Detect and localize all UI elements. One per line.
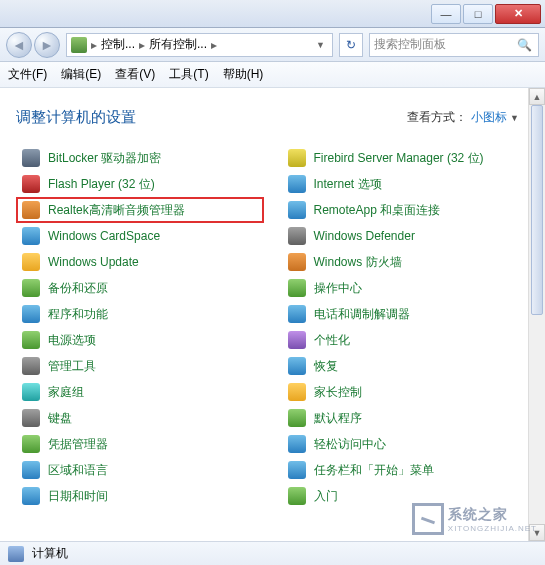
list-item[interactable]: 凭据管理器 [16, 431, 264, 457]
list-item[interactable]: 操作中心 [282, 275, 530, 301]
item-label: Windows 防火墙 [314, 254, 402, 271]
list-item[interactable]: Firebird Server Manager (32 位) [282, 145, 530, 171]
item-label: 电源选项 [48, 332, 96, 349]
item-label: 备份和还原 [48, 280, 108, 297]
item-label: 入门 [314, 488, 338, 505]
list-item[interactable]: Internet 选项 [282, 171, 530, 197]
back-button[interactable]: ◄ [6, 32, 32, 58]
item-icon [288, 253, 306, 271]
watermark-logo-icon [412, 503, 444, 535]
list-item[interactable]: Windows CardSpace [16, 223, 264, 249]
list-item[interactable]: 程序和功能 [16, 301, 264, 327]
menu-edit[interactable]: 编辑(E) [61, 66, 101, 83]
menu-help[interactable]: 帮助(H) [223, 66, 264, 83]
scroll-up-button[interactable]: ▲ [529, 88, 545, 105]
item-label: 默认程序 [314, 410, 362, 427]
item-icon [22, 409, 40, 427]
item-label: 电话和调制解调器 [314, 306, 410, 323]
item-label: BitLocker 驱动器加密 [48, 150, 161, 167]
item-icon [22, 487, 40, 505]
item-label: 日期和时间 [48, 488, 108, 505]
minimize-button[interactable]: — [431, 4, 461, 24]
control-panel-icon [71, 37, 87, 53]
item-label: 程序和功能 [48, 306, 108, 323]
list-item[interactable]: BitLocker 驱动器加密 [16, 145, 264, 171]
item-icon [22, 149, 40, 167]
item-label: 轻松访问中心 [314, 436, 386, 453]
computer-icon [8, 546, 24, 562]
item-label: Windows Update [48, 255, 139, 269]
item-icon [22, 175, 40, 193]
breadcrumb-drop-icon[interactable]: ▼ [313, 40, 328, 50]
menubar: 文件(F) 编辑(E) 查看(V) 工具(T) 帮助(H) [0, 62, 545, 88]
watermark-url: XITONGZHIJIA.NET [448, 524, 537, 533]
menu-tools[interactable]: 工具(T) [169, 66, 208, 83]
menu-file[interactable]: 文件(F) [8, 66, 47, 83]
list-item[interactable]: 备份和还原 [16, 275, 264, 301]
item-icon [22, 227, 40, 245]
menu-view[interactable]: 查看(V) [115, 66, 155, 83]
item-label: 管理工具 [48, 358, 96, 375]
statusbar: 计算机 [0, 541, 545, 565]
scroll-thumb[interactable] [531, 105, 543, 315]
item-label: 任务栏和「开始」菜单 [314, 462, 434, 479]
status-text: 计算机 [32, 545, 68, 562]
item-label: Firebird Server Manager (32 位) [314, 150, 484, 167]
item-icon [288, 357, 306, 375]
list-item[interactable]: 管理工具 [16, 353, 264, 379]
item-label: 操作中心 [314, 280, 362, 297]
search-icon: 🔍 [517, 38, 532, 52]
list-item[interactable]: 区域和语言 [16, 457, 264, 483]
list-item[interactable]: 家庭组 [16, 379, 264, 405]
list-item[interactable]: 默认程序 [282, 405, 530, 431]
list-item[interactable]: 键盘 [16, 405, 264, 431]
list-item[interactable]: 电源选项 [16, 327, 264, 353]
list-item[interactable]: 轻松访问中心 [282, 431, 530, 457]
search-input[interactable]: 搜索控制面板 🔍 [369, 33, 539, 57]
breadcrumb-sep-icon: ▸ [89, 38, 99, 52]
list-item[interactable]: RemoteApp 和桌面连接 [282, 197, 530, 223]
list-item[interactable]: 电话和调制解调器 [282, 301, 530, 327]
list-item[interactable]: 任务栏和「开始」菜单 [282, 457, 530, 483]
chevron-down-icon[interactable]: ▼ [510, 113, 519, 123]
page-title: 调整计算机的设置 [16, 108, 136, 127]
navbar: ◄ ► ▸ 控制... ▸ 所有控制... ▸ ▼ ↻ 搜索控制面板 🔍 [0, 28, 545, 62]
list-item[interactable]: Flash Player (32 位) [16, 171, 264, 197]
list-item[interactable]: 恢复 [282, 353, 530, 379]
list-item[interactable]: Windows Update [16, 249, 264, 275]
breadcrumb[interactable]: ▸ 控制... ▸ 所有控制... ▸ ▼ [66, 33, 333, 57]
item-label: 个性化 [314, 332, 350, 349]
list-item[interactable]: 家长控制 [282, 379, 530, 405]
watermark-brand: 系统之家 [448, 506, 537, 524]
maximize-button[interactable]: □ [463, 4, 493, 24]
item-label: 凭据管理器 [48, 436, 108, 453]
item-icon [22, 357, 40, 375]
view-mode-dropdown[interactable]: 小图标 [471, 110, 507, 124]
breadcrumb-part[interactable]: 所有控制... [149, 36, 207, 53]
refresh-button[interactable]: ↻ [339, 33, 363, 57]
list-item[interactable]: 个性化 [282, 327, 530, 353]
breadcrumb-part[interactable]: 控制... [101, 36, 135, 53]
item-label: 键盘 [48, 410, 72, 427]
list-item[interactable]: Realtek高清晰音频管理器 [16, 197, 264, 223]
scrollbar[interactable]: ▲ ▼ [528, 88, 545, 541]
search-placeholder: 搜索控制面板 [374, 36, 446, 53]
watermark: 系统之家 XITONGZHIJIA.NET [412, 503, 537, 535]
item-icon [22, 331, 40, 349]
content-area: 调整计算机的设置 查看方式： 小图标 ▼ BitLocker 驱动器加密Flas… [0, 88, 545, 523]
item-label: 家庭组 [48, 384, 84, 401]
item-icon [288, 279, 306, 297]
view-mode: 查看方式： 小图标 ▼ [407, 109, 519, 126]
item-icon [22, 461, 40, 479]
item-icon [22, 279, 40, 297]
item-icon [288, 435, 306, 453]
list-item[interactable]: Windows 防火墙 [282, 249, 530, 275]
item-label: Windows CardSpace [48, 229, 160, 243]
item-icon [288, 227, 306, 245]
close-button[interactable]: ✕ [495, 4, 541, 24]
item-label: 区域和语言 [48, 462, 108, 479]
list-item[interactable]: Windows Defender [282, 223, 530, 249]
forward-button[interactable]: ► [34, 32, 60, 58]
list-item[interactable]: 日期和时间 [16, 483, 264, 509]
item-icon [288, 149, 306, 167]
